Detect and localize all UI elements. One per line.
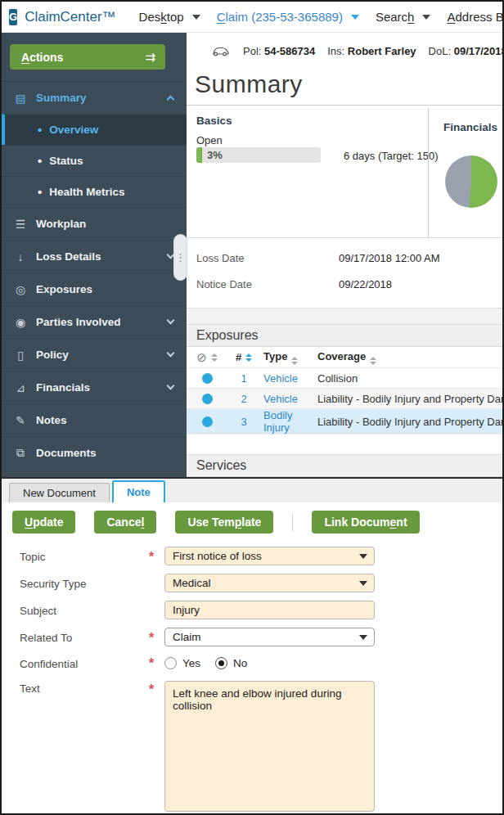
confidential-no-radio[interactable] — [215, 657, 227, 669]
exposure-type-link[interactable]: Bodily Injury — [263, 409, 292, 434]
bullet-icon: • — [38, 123, 42, 137]
sidebar-item-summary[interactable]: ▤ Summary — [2, 81, 187, 114]
required-marker: * — [149, 629, 164, 646]
use-template-button[interactable]: Use Template — [175, 511, 273, 534]
summary-icon: ▤ — [13, 92, 28, 105]
menu-claim[interactable]: Claim (235-53-365889) — [217, 10, 343, 24]
app-window: G ClaimCenter™ Desktop Claim (235-53-365… — [0, 0, 504, 815]
vehicle-icon — [211, 45, 231, 57]
sidebar-item-notes[interactable]: ✎ Notes — [2, 403, 187, 436]
text-label: Text — [20, 681, 149, 695]
bullet-icon: • — [38, 154, 42, 168]
sidebar-item-parties-involved[interactable]: ◉ Parties Involved — [2, 305, 187, 338]
note-text-area[interactable]: Left knee and elbow injured during colli… — [164, 681, 375, 812]
loss-date-value: 09/17/2018 12:00 AM — [339, 252, 440, 264]
menu-search[interactable]: Search — [376, 10, 415, 24]
text-row: Text * Left knee and elbow injured durin… — [2, 681, 502, 812]
sidebar-item-health-metrics[interactable]: • Health Metrics — [2, 176, 187, 207]
menu-address-book[interactable]: Address Book — [447, 10, 502, 24]
page-title: Summary — [195, 70, 303, 98]
exposure-status-dot — [202, 373, 213, 384]
sort-icon — [291, 357, 298, 365]
column-header-flag[interactable]: ⊘ — [187, 350, 227, 365]
chevron-up-icon — [167, 96, 175, 104]
basics-heading: Basics — [196, 115, 232, 127]
topic-row: Topic * First notice of loss — [2, 547, 502, 565]
actions-button-label: Actions — [21, 51, 63, 64]
update-button[interactable]: Update — [12, 511, 75, 534]
select-caret-icon — [359, 635, 367, 640]
subject-label: Subject — [20, 603, 149, 617]
chevron-down-icon — [167, 349, 175, 358]
column-header-type[interactable]: Type — [260, 350, 314, 365]
sidebar-item-documents[interactable]: ⧉ Documents — [2, 436, 187, 469]
no-circle-icon: ⊘ — [196, 350, 207, 365]
search-dropdown-icon[interactable] — [422, 15, 430, 20]
link-document-button[interactable]: Link Document — [312, 511, 419, 534]
subject-input[interactable] — [164, 601, 375, 619]
exposure-status-dot — [202, 417, 213, 427]
actions-menu-icon: ⇉ — [145, 50, 155, 65]
sidebar-item-exposures[interactable]: ◎ Exposures — [2, 272, 187, 305]
claim-status-label: Open — [196, 134, 223, 146]
exposure-type-link[interactable]: Vehicle — [263, 372, 298, 385]
column-header-coverage[interactable]: Coverage — [314, 350, 502, 365]
sidebar-splitter-handle[interactable]: ⋮ — [173, 234, 187, 281]
required-marker: * — [149, 655, 164, 671]
menu-desktop[interactable]: Desktop — [139, 10, 184, 24]
exposures-header-row: ⊘ # Type Coverage — [187, 347, 502, 368]
sort-icon-active — [245, 353, 252, 362]
security-type-select[interactable]: Medical — [164, 574, 375, 592]
topic-select[interactable]: First notice of loss — [164, 547, 375, 565]
select-caret-icon — [359, 554, 367, 559]
sidebar-item-loss-details[interactable]: ↓ Loss Details — [2, 240, 187, 272]
toolbar-divider — [292, 513, 293, 531]
notice-date-value: 09/22/2018 — [339, 278, 392, 290]
guidewire-logo-icon: G — [9, 9, 17, 25]
progress-percent: 3% — [207, 149, 223, 161]
policy-icon: ▯ — [13, 349, 28, 362]
exposure-row-selected[interactable]: 3 Bodily Injury Liability - Bodily Injur… — [187, 409, 502, 435]
financials-heading: Financials — [443, 121, 497, 133]
workplan-icon: ☰ — [13, 218, 28, 231]
exposure-number-link[interactable]: 2 — [241, 393, 246, 405]
column-header-number[interactable]: # — [227, 351, 260, 363]
claim-dropdown-icon[interactable] — [351, 15, 359, 20]
app-title: ClaimCenter™ — [25, 9, 115, 25]
claim-info-bar: Pol: 54-586734 Ins: Robert Farley DoL: 0… — [187, 33, 502, 69]
divider — [187, 105, 502, 106]
exposure-number-link[interactable]: 3 — [241, 416, 246, 428]
top-menu-bar: G ClaimCenter™ Desktop Claim (235-53-365… — [2, 2, 502, 33]
services-section-heading: Services — [187, 454, 502, 477]
desktop-dropdown-icon[interactable] — [192, 15, 200, 20]
exposure-number-link[interactable]: 1 — [241, 372, 246, 385]
exposures-icon: ◎ — [13, 283, 28, 296]
related-to-select[interactable]: Claim — [164, 628, 375, 646]
cancel-button[interactable]: Cancel — [94, 511, 156, 534]
actions-button[interactable]: Actions ⇉ — [10, 44, 165, 70]
parties-involved-icon: ◉ — [13, 316, 28, 329]
tab-note[interactable]: Note — [112, 480, 165, 502]
loss-details-icon: ↓ — [13, 250, 28, 263]
sidebar-item-overview[interactable]: • Overview — [2, 114, 187, 145]
drag-dots-icon: ⋮ — [175, 251, 186, 263]
progress-fill — [196, 147, 202, 163]
notes-icon: ✎ — [13, 414, 28, 427]
sidebar-item-workplan[interactable]: ☰ Workplan — [2, 207, 187, 240]
confidential-yes-radio[interactable] — [164, 657, 177, 669]
confidential-row: Confidential * Yes No — [2, 655, 502, 671]
required-marker: * — [149, 548, 164, 565]
tab-new-document[interactable]: New Document — [9, 483, 110, 502]
exposures-table: ⊘ # Type Coverage 1 Vehicle Collision — [187, 347, 502, 435]
sidebar-item-status[interactable]: • Status — [2, 145, 187, 176]
note-edit-panel: New Document Note Update Cancel Use Temp… — [2, 477, 502, 813]
confidential-no-label: No — [233, 657, 247, 669]
financials-pie-chart — [445, 155, 497, 208]
exposure-row[interactable]: 1 Vehicle Collision — [187, 368, 502, 389]
sort-icon — [370, 357, 376, 365]
sidebar-item-policy[interactable]: ▯ Policy — [2, 338, 187, 371]
exposure-row[interactable]: 2 Vehicle Liability - Bodily Injury and … — [187, 389, 502, 409]
sidebar-item-financials[interactable]: ⊿ Financials — [2, 371, 187, 403]
exposure-type-link[interactable]: Vehicle — [263, 393, 298, 405]
policy-number: Pol: 54-586734 — [243, 45, 315, 57]
